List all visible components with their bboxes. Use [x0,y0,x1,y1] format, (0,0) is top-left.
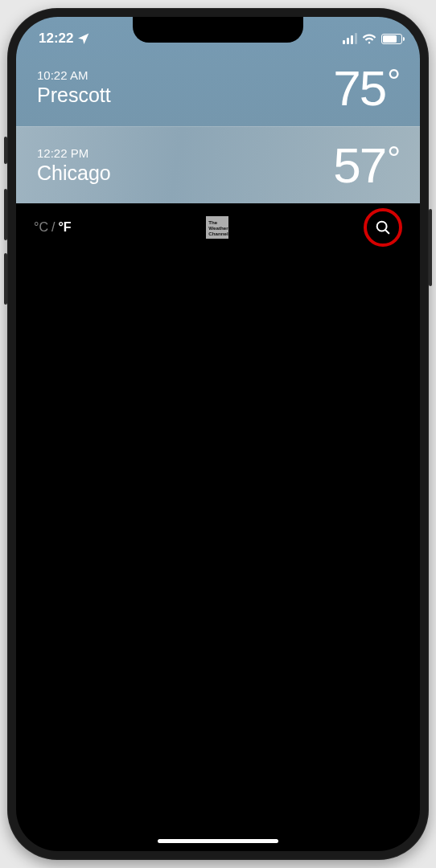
unit-celsius[interactable]: °C [34,220,48,235]
unit-divider: / [51,220,55,235]
city-row[interactable]: 12:22 PM Chicago 57° [16,126,420,203]
annotation-highlight-circle [364,208,402,247]
city-name: Prescott [37,84,111,107]
status-time: 12:22 [39,31,73,47]
unit-toggle[interactable]: °C / °F [34,220,72,235]
svg-line-1 [385,230,389,233]
city-time: 12:22 PM [37,146,111,160]
unit-fahrenheit[interactable]: °F [58,220,71,235]
location-arrow-icon [78,33,89,44]
city-time: 10:22 AM [37,68,111,82]
screen: 12:22 10:22 AM Prescott [16,17,420,851]
cellular-signal-icon [343,33,358,44]
weather-channel-logo[interactable]: The Weather Channel [206,216,228,239]
city-name: Chicago [37,162,111,185]
phone-frame: 12:22 10:22 AM Prescott [7,8,429,860]
battery-icon [381,34,402,44]
city-temperature: 75° [333,59,399,117]
notch [133,17,303,43]
search-icon[interactable] [374,219,392,236]
footer-bar: °C / °F The Weather Channel [16,203,420,252]
home-indicator[interactable] [158,839,278,843]
city-temperature: 57° [333,137,399,194]
wifi-icon [362,33,376,44]
